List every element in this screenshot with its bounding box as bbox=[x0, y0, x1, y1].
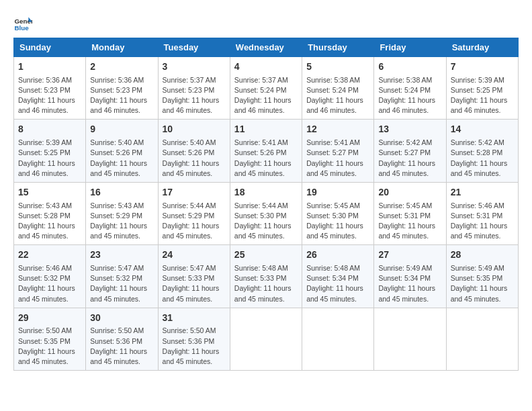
calendar-cell: 7Sunrise: 5:39 AMSunset: 5:25 PMDaylight… bbox=[446, 57, 518, 120]
day-number: 17 bbox=[163, 186, 226, 199]
day-info: Sunrise: 5:40 AMSunset: 5:26 PMDaylight:… bbox=[90, 138, 153, 179]
day-number: 26 bbox=[306, 248, 369, 262]
day-info: Sunrise: 5:48 AMSunset: 5:33 PMDaylight:… bbox=[234, 263, 298, 304]
calendar-cell: 12Sunrise: 5:41 AMSunset: 5:27 PMDayligh… bbox=[302, 120, 374, 182]
day-info: Sunrise: 5:39 AMSunset: 5:25 PMDaylight:… bbox=[451, 75, 514, 116]
svg-text:Blue: Blue bbox=[14, 24, 29, 32]
column-header-friday: Friday bbox=[374, 38, 446, 57]
day-number: 30 bbox=[90, 312, 153, 325]
day-info: Sunrise: 5:42 AMSunset: 5:27 PMDaylight:… bbox=[378, 138, 441, 179]
calendar-cell: 16Sunrise: 5:43 AMSunset: 5:29 PMDayligh… bbox=[86, 182, 158, 244]
calendar-header-row: SundayMondayTuesdayWednesdayThursdayFrid… bbox=[14, 38, 519, 57]
calendar-cell: 27Sunrise: 5:49 AMSunset: 5:34 PMDayligh… bbox=[374, 245, 446, 308]
day-number: 7 bbox=[451, 60, 514, 74]
day-info: Sunrise: 5:50 AMSunset: 5:36 PMDaylight:… bbox=[163, 326, 226, 367]
day-number: 4 bbox=[234, 60, 298, 74]
calendar-cell: 13Sunrise: 5:42 AMSunset: 5:27 PMDayligh… bbox=[374, 120, 446, 182]
logo-icon: General Blue bbox=[13, 13, 32, 32]
day-info: Sunrise: 5:50 AMSunset: 5:36 PMDaylight:… bbox=[90, 326, 153, 367]
day-info: Sunrise: 5:43 AMSunset: 5:29 PMDaylight:… bbox=[90, 201, 153, 242]
calendar-week-3: 15Sunrise: 5:43 AMSunset: 5:28 PMDayligh… bbox=[14, 182, 519, 244]
day-number: 21 bbox=[451, 186, 514, 199]
day-number: 13 bbox=[378, 123, 441, 136]
day-info: Sunrise: 5:44 AMSunset: 5:30 PMDaylight:… bbox=[234, 201, 298, 242]
day-number: 24 bbox=[163, 248, 226, 262]
day-number: 6 bbox=[378, 60, 441, 74]
day-number: 15 bbox=[18, 186, 81, 199]
day-number: 20 bbox=[378, 186, 441, 199]
calendar-cell: 10Sunrise: 5:40 AMSunset: 5:26 PMDayligh… bbox=[158, 120, 230, 182]
calendar-cell: 19Sunrise: 5:45 AMSunset: 5:30 PMDayligh… bbox=[302, 182, 374, 244]
day-info: Sunrise: 5:40 AMSunset: 5:26 PMDaylight:… bbox=[163, 138, 226, 179]
day-number: 19 bbox=[306, 186, 369, 199]
calendar-cell: 3Sunrise: 5:37 AMSunset: 5:23 PMDaylight… bbox=[158, 57, 230, 120]
day-number: 9 bbox=[90, 123, 153, 136]
day-number: 27 bbox=[378, 248, 441, 262]
column-header-sunday: Sunday bbox=[14, 38, 86, 57]
day-info: Sunrise: 5:48 AMSunset: 5:34 PMDaylight:… bbox=[306, 263, 369, 304]
calendar-cell: 20Sunrise: 5:45 AMSunset: 5:31 PMDayligh… bbox=[374, 182, 446, 244]
calendar-body: 1Sunrise: 5:36 AMSunset: 5:23 PMDaylight… bbox=[14, 57, 519, 371]
calendar-cell: 17Sunrise: 5:44 AMSunset: 5:29 PMDayligh… bbox=[158, 182, 230, 244]
calendar-table: SundayMondayTuesdayWednesdayThursdayFrid… bbox=[13, 38, 519, 371]
day-info: Sunrise: 5:49 AMSunset: 5:35 PMDaylight:… bbox=[451, 263, 514, 304]
calendar-cell: 14Sunrise: 5:42 AMSunset: 5:28 PMDayligh… bbox=[446, 120, 518, 182]
calendar-week-2: 8Sunrise: 5:39 AMSunset: 5:25 PMDaylight… bbox=[14, 120, 519, 182]
day-number: 3 bbox=[163, 60, 226, 74]
calendar-week-4: 22Sunrise: 5:46 AMSunset: 5:32 PMDayligh… bbox=[14, 245, 519, 308]
calendar-cell: 6Sunrise: 5:38 AMSunset: 5:24 PMDaylight… bbox=[374, 57, 446, 120]
calendar-cell: 30Sunrise: 5:50 AMSunset: 5:36 PMDayligh… bbox=[86, 308, 158, 370]
day-number: 14 bbox=[451, 123, 514, 136]
calendar-cell bbox=[374, 308, 446, 370]
day-info: Sunrise: 5:36 AMSunset: 5:23 PMDaylight:… bbox=[18, 75, 81, 116]
column-header-monday: Monday bbox=[86, 38, 158, 57]
calendar-cell: 2Sunrise: 5:36 AMSunset: 5:23 PMDaylight… bbox=[86, 57, 158, 120]
day-info: Sunrise: 5:45 AMSunset: 5:31 PMDaylight:… bbox=[378, 201, 441, 242]
day-number: 5 bbox=[306, 60, 369, 74]
day-info: Sunrise: 5:47 AMSunset: 5:32 PMDaylight:… bbox=[90, 263, 153, 304]
calendar-cell: 5Sunrise: 5:38 AMSunset: 5:24 PMDaylight… bbox=[302, 57, 374, 120]
calendar-cell: 22Sunrise: 5:46 AMSunset: 5:32 PMDayligh… bbox=[14, 245, 86, 308]
day-info: Sunrise: 5:38 AMSunset: 5:24 PMDaylight:… bbox=[306, 75, 369, 116]
day-number: 18 bbox=[234, 186, 298, 199]
calendar-cell bbox=[302, 308, 374, 370]
day-number: 11 bbox=[234, 123, 298, 136]
day-info: Sunrise: 5:41 AMSunset: 5:27 PMDaylight:… bbox=[306, 138, 369, 179]
day-info: Sunrise: 5:47 AMSunset: 5:33 PMDaylight:… bbox=[163, 263, 226, 304]
calendar-cell bbox=[230, 308, 302, 370]
day-number: 1 bbox=[18, 60, 81, 74]
calendar-cell: 23Sunrise: 5:47 AMSunset: 5:32 PMDayligh… bbox=[86, 245, 158, 308]
day-info: Sunrise: 5:41 AMSunset: 5:26 PMDaylight:… bbox=[234, 138, 298, 179]
day-info: Sunrise: 5:46 AMSunset: 5:32 PMDaylight:… bbox=[18, 263, 81, 304]
calendar-cell: 29Sunrise: 5:50 AMSunset: 5:35 PMDayligh… bbox=[14, 308, 86, 370]
day-info: Sunrise: 5:37 AMSunset: 5:24 PMDaylight:… bbox=[234, 75, 298, 116]
calendar-cell: 9Sunrise: 5:40 AMSunset: 5:26 PMDaylight… bbox=[86, 120, 158, 182]
calendar-cell: 18Sunrise: 5:44 AMSunset: 5:30 PMDayligh… bbox=[230, 182, 302, 244]
day-number: 8 bbox=[18, 123, 81, 136]
day-info: Sunrise: 5:39 AMSunset: 5:25 PMDaylight:… bbox=[18, 138, 81, 179]
day-info: Sunrise: 5:45 AMSunset: 5:30 PMDaylight:… bbox=[306, 201, 369, 242]
column-header-saturday: Saturday bbox=[446, 38, 518, 57]
calendar-week-5: 29Sunrise: 5:50 AMSunset: 5:35 PMDayligh… bbox=[14, 308, 519, 370]
column-header-tuesday: Tuesday bbox=[158, 38, 230, 57]
day-info: Sunrise: 5:36 AMSunset: 5:23 PMDaylight:… bbox=[90, 75, 153, 116]
day-number: 25 bbox=[234, 248, 298, 262]
day-info: Sunrise: 5:50 AMSunset: 5:35 PMDaylight:… bbox=[18, 326, 81, 367]
calendar-cell: 1Sunrise: 5:36 AMSunset: 5:23 PMDaylight… bbox=[14, 57, 86, 120]
calendar-cell: 26Sunrise: 5:48 AMSunset: 5:34 PMDayligh… bbox=[302, 245, 374, 308]
day-number: 10 bbox=[163, 123, 226, 136]
day-info: Sunrise: 5:43 AMSunset: 5:28 PMDaylight:… bbox=[18, 201, 81, 242]
column-header-thursday: Thursday bbox=[302, 38, 374, 57]
day-info: Sunrise: 5:46 AMSunset: 5:31 PMDaylight:… bbox=[451, 201, 514, 242]
calendar-cell: 15Sunrise: 5:43 AMSunset: 5:28 PMDayligh… bbox=[14, 182, 86, 244]
calendar-week-1: 1Sunrise: 5:36 AMSunset: 5:23 PMDaylight… bbox=[14, 57, 519, 120]
day-number: 28 bbox=[451, 248, 514, 262]
day-number: 29 bbox=[18, 312, 81, 325]
calendar-cell: 25Sunrise: 5:48 AMSunset: 5:33 PMDayligh… bbox=[230, 245, 302, 308]
day-info: Sunrise: 5:42 AMSunset: 5:28 PMDaylight:… bbox=[451, 138, 514, 179]
calendar-cell bbox=[446, 308, 518, 370]
calendar-cell: 11Sunrise: 5:41 AMSunset: 5:26 PMDayligh… bbox=[230, 120, 302, 182]
day-number: 31 bbox=[163, 312, 226, 325]
day-info: Sunrise: 5:44 AMSunset: 5:29 PMDaylight:… bbox=[163, 201, 226, 242]
day-info: Sunrise: 5:49 AMSunset: 5:34 PMDaylight:… bbox=[378, 263, 441, 304]
